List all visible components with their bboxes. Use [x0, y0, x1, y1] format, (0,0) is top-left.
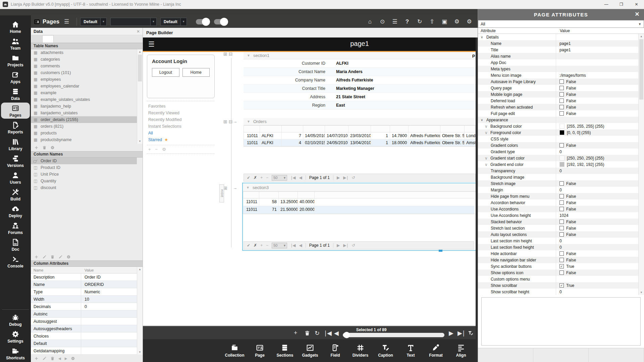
next-page-icon[interactable]: ▶ — [337, 175, 340, 180]
last-page-icon[interactable]: ▶∣ — [343, 243, 348, 248]
builder-tool-page[interactable]: Page — [247, 344, 272, 358]
next-record-icon[interactable]: ▶ — [449, 329, 453, 337]
attribute-row-query-page[interactable]: ∨ Query page False — [478, 85, 638, 91]
section1-header[interactable]: ▼ section1 — [244, 52, 476, 59]
scroll-up-icon[interactable]: ▲ — [639, 35, 644, 38]
attribute-row-deferred-load[interactable]: ∨ Deferred load False — [478, 98, 638, 104]
nav-item-favorites[interactable]: Favorites★ — [147, 103, 215, 110]
table-row-lianjademo-help[interactable]: ▦ lianjademo_help — [31, 103, 137, 110]
page-size-select[interactable]: 50▾ — [272, 175, 287, 181]
grid-column-header-unit-price[interactable] — [279, 192, 298, 198]
page-menu-icon[interactable]: ☰ — [148, 40, 155, 48]
table-row-comments[interactable]: ▦ comments — [31, 63, 137, 69]
sidebar-item-settings[interactable]: Settings — [1, 328, 30, 345]
attr-row[interactable]: Autoinc — [31, 310, 137, 318]
attribute-row-app-doc[interactable]: ∨ App Doc — [478, 59, 638, 66]
sidebar-item-apps[interactable]: Apps — [1, 69, 30, 85]
table-row-employees[interactable]: ▦ employees — [31, 76, 137, 83]
grid-column-header-product-id[interactable] — [259, 192, 279, 198]
table-row-example[interactable]: ▦ example — [31, 89, 137, 96]
grid-column-header-required-date[interactable] — [325, 126, 348, 132]
table-row-products[interactable]: ▦ products — [31, 130, 137, 136]
column-row-quantity[interactable]: ◫ Quantity — [31, 178, 137, 184]
minimize-button[interactable]: — — [599, 0, 614, 9]
hide-tab[interactable]: HIDE — [219, 184, 224, 202]
next-icon[interactable]: ▶ — [65, 357, 67, 360]
checkbox[interactable] — [559, 283, 564, 288]
collapse-icon[interactable]: ⊟ — [229, 119, 233, 124]
scroll-thumb[interactable] — [639, 39, 643, 100]
sidebar-item-home[interactable]: Home — [1, 19, 30, 35]
attribute-row-last-section-fixed-height[interactable]: ∨ Last section fixed height 0 — [478, 244, 638, 250]
checkbox[interactable] — [559, 226, 564, 230]
grid-column-header-employee-id[interactable] — [282, 126, 303, 132]
last-page-icon[interactable]: ▶∣ — [343, 175, 348, 180]
attr-row[interactable]: Autosuggestheaders — [31, 325, 137, 333]
form-field-row-region[interactable]: Region East — [244, 101, 476, 110]
add-row-icon[interactable]: + — [260, 243, 263, 248]
grid-column-header-ship-address[interactable] — [440, 126, 465, 132]
tab-databases[interactable] — [32, 35, 43, 43]
attribute-row-margin[interactable]: ∨ Margin 0 — [478, 187, 638, 193]
table-row-example-uistates-uistates[interactable]: ▦ example_uistates_uistates — [31, 96, 137, 103]
collapse-icon[interactable]: ⊟ — [229, 52, 233, 56]
attribute-row-name[interactable]: ∨ Name page1 — [478, 40, 638, 47]
panel-button-done[interactable] — [589, 348, 644, 362]
sidebar-item-users[interactable]: Users — [1, 170, 30, 186]
scrollbar[interactable]: ▲ ▼ — [137, 267, 143, 355]
scroll-up-icon[interactable]: ▲ — [137, 268, 143, 271]
attribute-row-css-style[interactable]: ∨ CSS style — [478, 136, 638, 142]
attribute-row-show-scrollbar[interactable]: ∨ Show scrollbar True — [478, 282, 638, 289]
rename-icon[interactable] — [58, 255, 63, 259]
builder-tool-field[interactable]: Field — [323, 344, 348, 358]
nav-item-recently-modified[interactable]: Recently Modified★ — [147, 116, 215, 123]
close-button[interactable]: ✕ — [629, 0, 644, 9]
page-size-select[interactable]: 50▾ — [272, 243, 287, 248]
checkbox[interactable] — [559, 86, 564, 90]
grid-column-header-shipped-date[interactable] — [348, 126, 371, 132]
builder-tool-format[interactable]: Format — [423, 344, 448, 358]
selection-handle[interactable] — [439, 250, 442, 252]
scroll-down-icon[interactable]: ▼ — [639, 291, 644, 294]
attr-row[interactable]: Default — [31, 340, 137, 347]
next-page-icon[interactable]: ▶ — [337, 243, 340, 248]
attribute-row-gradient-end-color[interactable]: ∨ Gradient end color [192, 192, 192] (25… — [478, 161, 638, 168]
attr-row[interactable]: Autosuggest — [31, 318, 137, 325]
builder-tool-gadgets[interactable]: Gadgets — [298, 344, 323, 358]
section3-header[interactable]: ▼ section3 — [243, 184, 476, 191]
tab-tables[interactable] — [43, 35, 54, 43]
table-row-categories[interactable]: ▦ categories — [31, 56, 137, 63]
last-record-icon[interactable]: ▶∣ — [458, 329, 465, 337]
remove-row-icon[interactable]: − — [266, 243, 268, 248]
checkbox[interactable] — [559, 251, 564, 256]
scrollbar[interactable]: ▲ ▼ — [638, 34, 644, 295]
column-row-unit-price[interactable]: ◫ Unit Price — [31, 171, 137, 178]
grid-column-header-ship-via[interactable] — [371, 126, 390, 132]
chevron-icon[interactable]: ∨ — [485, 130, 489, 135]
view-mode-dropdown[interactable]: Default ▼ — [80, 18, 107, 26]
builder-tool-dividers[interactable]: Dividers — [348, 344, 373, 358]
column-row-discount[interactable]: ◫ discount — [31, 184, 137, 191]
share-icon[interactable]: ⇧ — [428, 18, 436, 25]
attribute-row-show-scrollbar-height[interactable]: ∨ Show scrollbar height 0 — [478, 289, 638, 295]
grid-column-header-quantity[interactable] — [298, 192, 315, 198]
orders-header[interactable]: ▼ Orders — [244, 118, 476, 125]
maximize-button[interactable]: ❐ — [614, 0, 629, 9]
nav-item-all[interactable]: All★ — [147, 130, 215, 136]
edit-icon[interactable] — [42, 356, 47, 361]
attribute-row-accordion-behavior[interactable]: ∨ Accordion behavior False — [478, 199, 638, 206]
table-row-attachments[interactable]: ▦ attachments — [31, 49, 137, 56]
table-row-customers-101[interactable]: ▦ customers (101) — [31, 69, 137, 76]
section3-selection[interactable]: ▼ section3 1101158 13.2500040.00000 1101… — [242, 183, 477, 251]
expand-icon[interactable]: ⊞ — [223, 119, 227, 124]
home-icon[interactable]: ⌂ — [366, 18, 374, 25]
sidebar-item-doc[interactable]: Doc — [1, 237, 30, 253]
column-row-product-id[interactable]: ◫ Product ID — [31, 164, 137, 171]
first-record-icon[interactable]: ∣◀ — [324, 329, 332, 337]
gear-icon[interactable] — [66, 255, 71, 259]
sidebar-item-versions[interactable]: Versions — [1, 153, 30, 169]
checkbox[interactable] — [559, 111, 564, 116]
gear-icon[interactable] — [50, 145, 55, 150]
form-field-row-customer-id[interactable]: Customer ID ALFKI — [244, 59, 476, 68]
sidebar-item-deploy[interactable]: Deploy — [1, 203, 30, 219]
